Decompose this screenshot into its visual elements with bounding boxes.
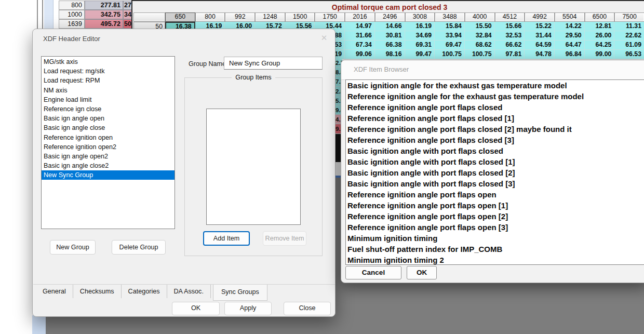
xdf-item[interactable]: Reference ignition angle port flaps open…: [346, 200, 644, 211]
browser-ok-button[interactable]: OK: [407, 266, 437, 279]
tab-sync-groups[interactable]: Sync Groups: [213, 285, 267, 301]
group-items-list[interactable]: [206, 109, 301, 225]
sync-group-item[interactable]: Load request: RPM: [42, 76, 175, 85]
torque-cell[interactable]: 98.16: [375, 50, 405, 59]
xdf-item[interactable]: Basic ignition angle with port flaps clo…: [346, 145, 644, 156]
torque-cell[interactable]: 64.47: [555, 41, 585, 50]
torque-cell[interactable]: 100.75: [465, 50, 495, 59]
torque-column-header[interactable]: 4512: [495, 12, 525, 22]
torque-cell[interactable]: 97.81: [495, 50, 525, 59]
torque-column-header[interactable]: 1500: [285, 12, 315, 22]
sync-group-item[interactable]: Basic ign angle open2: [42, 152, 175, 161]
xdf-item[interactable]: Reference ignition angle port flaps clos…: [346, 135, 644, 145]
apply-button[interactable]: Apply: [224, 302, 272, 315]
torque-cell[interactable]: 100.75: [435, 50, 465, 59]
torque-cell[interactable]: 94.78: [525, 50, 555, 59]
sync-group-item[interactable]: Reference ignition open: [42, 133, 175, 142]
tab-categories[interactable]: Categories: [122, 285, 167, 298]
mini-cell[interactable]: 342.75: [85, 10, 123, 19]
tab-general[interactable]: General: [36, 285, 73, 298]
torque-cell[interactable]: 32.53: [495, 31, 525, 41]
torque-cell[interactable]: 26.00: [585, 31, 615, 41]
torque-column-header[interactable]: 7500: [614, 12, 644, 22]
torque-cell[interactable]: 15.22: [525, 22, 555, 31]
xdf-item-list[interactable]: Basic ignition angle for the exhaust gas…: [345, 79, 644, 265]
sync-group-item[interactable]: New Sync Group: [42, 170, 175, 180]
ok-button[interactable]: OK: [172, 302, 220, 315]
mini-cell[interactable]: 277.81: [85, 1, 123, 10]
sync-group-item[interactable]: Engine load limit: [42, 95, 175, 104]
sync-group-item[interactable]: Reference ignition open2: [42, 142, 175, 152]
torque-cell[interactable]: 15.50: [465, 22, 495, 31]
xdf-item[interactable]: Reference ignition angle for the exhaust…: [346, 91, 644, 102]
torque-cell[interactable]: 99.47: [405, 50, 435, 59]
sync-group-item[interactable]: Load request: mg/stk: [42, 66, 175, 76]
torque-cell[interactable]: 64.25: [585, 41, 615, 50]
torque-cell[interactable]: 15.84: [435, 22, 465, 31]
torque-cell[interactable]: 99.00: [585, 50, 615, 59]
background-scrollbar-fragment-top[interactable]: [44, 0, 53, 29]
torque-cell[interactable]: 11.31: [614, 22, 644, 31]
sync-group-list[interactable]: MG/stk axisLoad request: mg/stkLoad requ…: [41, 56, 175, 229]
group-name-input[interactable]: New Sync Group: [224, 57, 323, 70]
torque-column-header[interactable]: 1248: [255, 12, 285, 22]
xdf-item[interactable]: Reference ignition angle port flaps open…: [346, 211, 644, 222]
torque-cell[interactable]: 68.62: [465, 41, 495, 50]
torque-column-header[interactable]: 6500: [585, 12, 615, 22]
torque-cell[interactable]: 64.59: [525, 41, 555, 50]
new-group-button[interactable]: New Group: [50, 240, 96, 255]
torque-cell[interactable]: 16.19: [405, 22, 435, 31]
torque-cell[interactable]: 33.94: [435, 31, 465, 41]
xdf-item[interactable]: Basic ignition angle with port flaps clo…: [346, 178, 644, 189]
cancel-button[interactable]: Cancel: [345, 266, 401, 279]
xdf-item[interactable]: Basic ignition angle with port flaps clo…: [346, 156, 644, 167]
sync-group-item[interactable]: MG/stk axis: [42, 57, 175, 66]
torque-column-header[interactable]: 4000: [465, 12, 495, 22]
xdf-item[interactable]: Reference ignition angle port flaps open…: [346, 222, 644, 233]
xdf-item[interactable]: Basic ignition angle with port flaps clo…: [346, 167, 644, 178]
torque-column-header[interactable]: 800: [195, 12, 225, 22]
close-button[interactable]: Close: [284, 302, 331, 315]
torque-cell[interactable]: 66.38: [375, 41, 405, 50]
xdf-item[interactable]: Fuel shut-off pattern index for IMP_COMB: [346, 244, 644, 255]
torque-cell[interactable]: 61.09: [614, 41, 644, 50]
torque-column-header[interactable]: 4992: [525, 12, 555, 22]
torque-cell[interactable]: 69.47: [435, 41, 465, 50]
sync-group-item[interactable]: Basic ign angle close: [42, 123, 175, 132]
torque-column-header[interactable]: 3008: [405, 12, 435, 22]
torque-cell[interactable]: 29.50: [555, 31, 585, 41]
torque-cell[interactable]: 96.53: [614, 50, 644, 59]
torque-cell[interactable]: 69.31: [405, 41, 435, 50]
torque-cell[interactable]: 31.66: [345, 31, 375, 41]
tab-checksums[interactable]: Checksums: [73, 285, 122, 298]
xdf-item[interactable]: Basic ignition angle for the exhaust gas…: [346, 80, 644, 91]
torque-cell[interactable]: 32.84: [465, 31, 495, 41]
torque-column-header[interactable]: 2016: [345, 12, 375, 22]
background-scrollbar-fragment-bottom[interactable]: [32, 315, 46, 334]
torque-cell[interactable]: 15.66: [495, 22, 525, 31]
torque-cell[interactable]: 66.62: [495, 41, 525, 50]
xdf-item[interactable]: Minimum ignition timing 2: [346, 255, 644, 265]
torque-cell[interactable]: 67.34: [345, 41, 375, 50]
torque-cell[interactable]: 34.69: [405, 31, 435, 41]
torque-column-header[interactable]: 650: [165, 12, 195, 22]
torque-cell[interactable]: 31.44: [525, 31, 555, 41]
torque-cell[interactable]: 12.81: [585, 22, 615, 31]
xdf-item[interactable]: Reference ignition angle port flaps open: [346, 189, 644, 200]
xdf-item[interactable]: Minimum ignition timing: [346, 233, 644, 244]
torque-cell[interactable]: 14.22: [555, 22, 585, 31]
tab-da-assoc-[interactable]: DA Assoc.: [167, 285, 211, 298]
torque-column-header[interactable]: 2496: [375, 12, 405, 22]
delete-group-button[interactable]: Delete Group: [112, 240, 166, 255]
sync-group-item[interactable]: Basic ign angle open: [42, 114, 175, 123]
torque-column-header[interactable]: 1750: [315, 12, 345, 22]
torque-cell[interactable]: 14.66: [375, 22, 405, 31]
close-icon[interactable]: ✕: [318, 33, 330, 43]
torque-cell[interactable]: 96.84: [555, 50, 585, 59]
sync-group-item[interactable]: NM axis: [42, 86, 175, 95]
torque-cell[interactable]: 14.97: [345, 22, 375, 31]
mini-cell[interactable]: 495.72: [85, 19, 123, 29]
xdf-item[interactable]: Reference ignition angle port flaps clos…: [346, 102, 644, 113]
xdf-item[interactable]: Reference ignition angle port flaps clos…: [346, 124, 644, 135]
torque-column-header[interactable]: 5504: [555, 12, 585, 22]
